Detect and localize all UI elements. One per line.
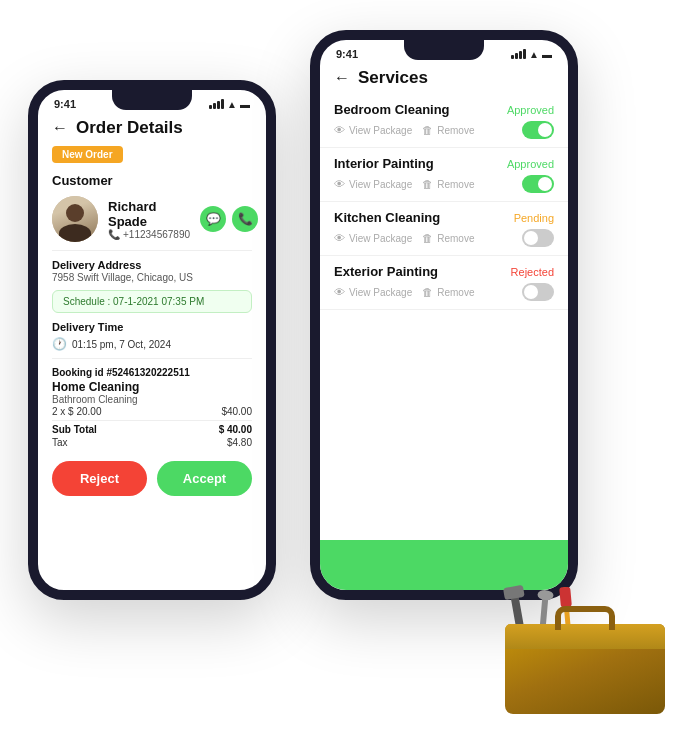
trash-icon: 🗑 — [422, 178, 433, 190]
delivery-address-label: Delivery Address — [38, 255, 266, 272]
service-price: $40.00 — [221, 406, 252, 417]
status-time-left: 9:41 — [54, 98, 76, 110]
service-toggle[interactable] — [522, 283, 554, 301]
new-order-badge: New Order — [38, 142, 266, 167]
customer-phone: 📞 +11234567890 — [108, 229, 190, 240]
view-package-button[interactable]: 👁 View Package — [334, 178, 412, 190]
tax-row: Tax $4.80 — [52, 436, 252, 449]
service-item-name: Exterior Painting — [334, 264, 438, 279]
schedule-value: 07-1-2021 07:35 PM — [113, 296, 204, 307]
service-status-badge: Approved — [507, 104, 554, 116]
service-toggle[interactable] — [522, 121, 554, 139]
subtotal-label: Sub Total — [52, 424, 97, 435]
subtotal-row: Sub Total $ 40.00 — [52, 420, 252, 436]
service-status-badge: Rejected — [511, 266, 554, 278]
toolbox-handle — [555, 606, 615, 630]
view-package-label: View Package — [349, 125, 412, 136]
status-time-right: 9:41 — [336, 48, 358, 60]
divider-2 — [52, 358, 252, 359]
trash-icon: 🗑 — [422, 232, 433, 244]
phone-notch — [112, 90, 192, 110]
toolbox-decoration — [485, 534, 685, 714]
service-item: Interior Painting Approved 👁 View Packag… — [320, 148, 568, 202]
services-title: Services — [358, 68, 428, 88]
remove-button[interactable]: 🗑 Remove — [422, 124, 474, 136]
battery-icon: ▬ — [240, 99, 250, 110]
delivery-time-row: 🕐 01:15 pm, 7 Oct, 2024 — [38, 334, 266, 354]
eye-icon: 👁 — [334, 178, 345, 190]
booking-section: Booking id #52461320222511 Home Cleaning… — [38, 363, 266, 451]
service-status-badge: Approved — [507, 158, 554, 170]
phone-notch-right — [404, 40, 484, 60]
back-arrow-icon[interactable]: ← — [52, 119, 68, 137]
remove-label: Remove — [437, 179, 474, 190]
clock-icon: 🕐 — [52, 337, 67, 351]
accept-button[interactable]: Accept — [157, 461, 252, 496]
phone-icon: 📞 — [108, 229, 120, 240]
remove-label: Remove — [437, 287, 474, 298]
eye-icon: 👁 — [334, 232, 345, 244]
wifi-icon: ▲ — [227, 99, 237, 110]
view-package-button[interactable]: 👁 View Package — [334, 232, 412, 244]
services-header: ← Services — [320, 62, 568, 94]
view-package-label: View Package — [349, 233, 412, 244]
subtotal-value: $ 40.00 — [219, 424, 252, 435]
service-item-header: Exterior Painting Rejected — [334, 264, 554, 279]
service-qty: 2 x $ 20.00 — [52, 406, 101, 417]
remove-button[interactable]: 🗑 Remove — [422, 178, 474, 190]
view-package-button[interactable]: 👁 View Package — [334, 124, 412, 136]
service-item: Exterior Painting Rejected 👁 View Packag… — [320, 256, 568, 310]
order-title: Order Details — [76, 118, 183, 138]
service-category: Home Cleaning — [52, 380, 252, 394]
tax-value: $4.80 — [227, 437, 252, 448]
service-item-name: Interior Painting — [334, 156, 434, 171]
schedule-label: Schedule : — [63, 296, 113, 307]
service-toggle[interactable] — [522, 229, 554, 247]
signal-icon — [209, 99, 224, 109]
remove-label: Remove — [437, 125, 474, 136]
remove-button[interactable]: 🗑 Remove — [422, 232, 474, 244]
service-item: Kitchen Cleaning Pending 👁 View Package … — [320, 202, 568, 256]
booking-id: Booking id #52461320222511 — [52, 367, 252, 378]
service-item-actions: 👁 View Package 🗑 Remove — [334, 283, 554, 301]
status-icons-left: ▲ ▬ — [209, 99, 250, 110]
service-item-actions: 👁 View Package 🗑 Remove — [334, 175, 554, 193]
service-item-header: Bedroom Cleaning Approved — [334, 102, 554, 117]
remove-button[interactable]: 🗑 Remove — [422, 286, 474, 298]
toolbox-body — [505, 624, 665, 714]
remove-label: Remove — [437, 233, 474, 244]
eye-icon: 👁 — [334, 124, 345, 136]
contact-icons: 💬 📞 — [200, 206, 258, 232]
view-package-label: View Package — [349, 287, 412, 298]
order-header: ← Order Details — [38, 112, 266, 142]
customer-section-label: Customer — [38, 167, 266, 192]
battery-icon-right: ▬ — [542, 49, 552, 60]
service-toggle[interactable] — [522, 175, 554, 193]
service-item-name: Bedroom Cleaning — [334, 102, 450, 117]
reject-button[interactable]: Reject — [52, 461, 147, 496]
eye-icon: 👁 — [334, 286, 345, 298]
signal-icon-right — [511, 49, 526, 59]
service-item: Bedroom Cleaning Approved 👁 View Package… — [320, 94, 568, 148]
wifi-icon-right: ▲ — [529, 49, 539, 60]
service-status-badge: Pending — [514, 212, 554, 224]
delivery-address-value: 7958 Swift Village, Chicago, US — [38, 272, 266, 286]
service-item-actions: 👁 View Package 🗑 Remove — [334, 121, 554, 139]
trash-icon: 🗑 — [422, 286, 433, 298]
left-phone: 9:41 ▲ ▬ ← Order Details New Order Custo… — [28, 80, 276, 600]
delivery-time-label: Delivery Time — [38, 317, 266, 334]
message-button[interactable]: 💬 — [200, 206, 226, 232]
call-button[interactable]: 📞 — [232, 206, 258, 232]
customer-name: Richard Spade — [108, 199, 190, 229]
customer-info: Richard Spade 📞 +11234567890 — [108, 199, 190, 240]
avatar — [52, 196, 98, 242]
service-item-actions: 👁 View Package 🗑 Remove — [334, 229, 554, 247]
tax-label: Tax — [52, 437, 68, 448]
schedule-box: Schedule : 07-1-2021 07:35 PM — [52, 290, 252, 313]
service-price-row: 2 x $ 20.00 $40.00 — [52, 405, 252, 418]
back-arrow-right-icon[interactable]: ← — [334, 69, 350, 87]
service-item-header: Kitchen Cleaning Pending — [334, 210, 554, 225]
view-package-label: View Package — [349, 179, 412, 190]
view-package-button[interactable]: 👁 View Package — [334, 286, 412, 298]
services-list: Bedroom Cleaning Approved 👁 View Package… — [320, 94, 568, 310]
